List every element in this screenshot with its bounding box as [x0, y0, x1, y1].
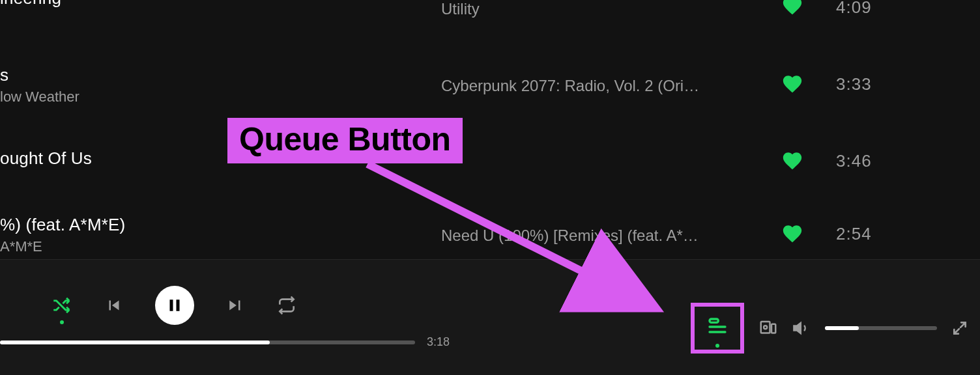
- progress-track[interactable]: [0, 340, 415, 344]
- track-album[interactable]: Need U (100%) [Remixes] (feat. A*…: [441, 227, 699, 245]
- volume-button[interactable]: [792, 319, 811, 337]
- progress-bar: 3:18: [0, 335, 456, 349]
- svg-rect-4: [771, 324, 775, 333]
- annotation-text: Queue Button: [239, 121, 451, 158]
- shuffle-button[interactable]: [51, 294, 73, 316]
- track-duration: 3:46: [836, 151, 872, 171]
- track-album[interactable]: Utility: [441, 0, 480, 18]
- repeat-button[interactable]: [276, 295, 297, 316]
- fullscreen-button[interactable]: [951, 320, 968, 337]
- track-title: ineering: [0, 0, 61, 8]
- track-artist[interactable]: low Weather: [0, 89, 79, 105]
- progress-fill: [0, 340, 270, 344]
- heart-icon[interactable]: [781, 73, 803, 95]
- previous-button[interactable]: [104, 296, 124, 315]
- track-album[interactable]: Cyberpunk 2077: Radio, Vol. 2 (Ori…: [441, 77, 699, 95]
- annotation-label: Queue Button: [227, 118, 463, 163]
- playback-controls: [51, 286, 297, 325]
- pause-button[interactable]: [155, 286, 194, 325]
- track-row[interactable]: s low Weather Cyberpunk 2077: Radio, Vol…: [0, 65, 980, 143]
- heart-icon[interactable]: [781, 223, 803, 245]
- total-time: 3:18: [427, 335, 450, 349]
- track-title: ought Of Us: [0, 148, 92, 169]
- volume-slider[interactable]: [825, 326, 937, 330]
- player-bar: 3:18: [0, 259, 980, 375]
- track-title: %) (feat. A*M*E): [0, 215, 125, 235]
- track-artist[interactable]: A*M*E: [0, 238, 42, 255]
- next-button[interactable]: [225, 296, 245, 315]
- track-row[interactable]: ineering Utility 4:09: [0, 0, 980, 27]
- heart-icon[interactable]: [781, 0, 803, 17]
- svg-rect-3: [761, 322, 770, 333]
- heart-icon[interactable]: [781, 150, 803, 172]
- track-duration: 4:09: [836, 0, 872, 18]
- right-controls: [691, 303, 968, 354]
- volume-fill: [825, 326, 859, 330]
- devices-button[interactable]: [758, 318, 778, 338]
- track-title: s: [0, 65, 8, 85]
- svg-point-5: [764, 326, 767, 329]
- tracklist: ineering Utility 4:09 s low Weather Cybe…: [0, 0, 980, 259]
- track-row[interactable]: ought Of Us 3:46: [0, 142, 980, 220]
- svg-rect-0: [710, 319, 718, 322]
- track-duration: 3:33: [836, 74, 872, 94]
- track-duration: 2:54: [836, 224, 872, 244]
- queue-button[interactable]: [691, 303, 744, 354]
